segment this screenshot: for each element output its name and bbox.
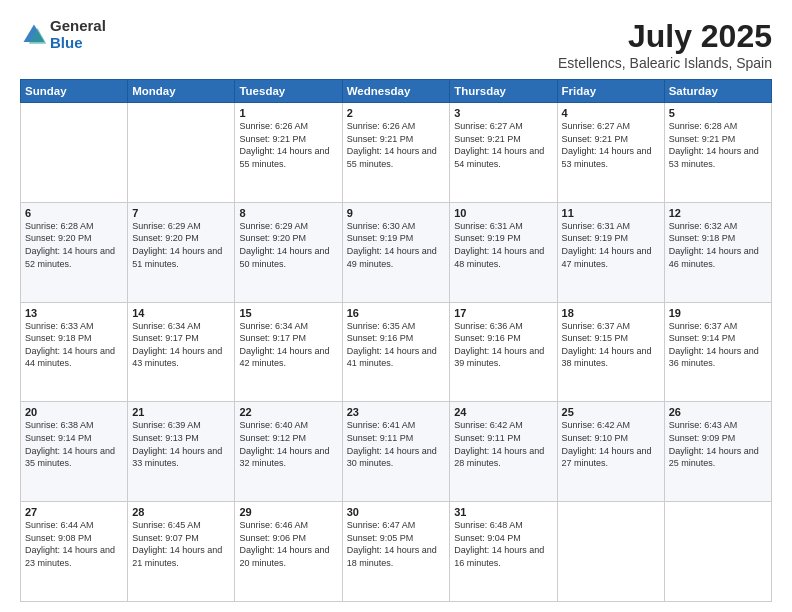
calendar-cell: 23Sunrise: 6:41 AM Sunset: 9:11 PM Dayli… [342,402,450,502]
calendar-cell: 2Sunrise: 6:26 AM Sunset: 9:21 PM Daylig… [342,103,450,203]
calendar-table: Sunday Monday Tuesday Wednesday Thursday… [20,79,772,602]
day-info: Sunrise: 6:48 AM Sunset: 9:04 PM Dayligh… [454,519,552,569]
calendar-week-row: 27Sunrise: 6:44 AM Sunset: 9:08 PM Dayli… [21,502,772,602]
col-thursday: Thursday [450,80,557,103]
calendar-cell [21,103,128,203]
logo: General Blue [20,18,106,51]
day-info: Sunrise: 6:31 AM Sunset: 9:19 PM Dayligh… [562,220,660,270]
calendar-cell: 20Sunrise: 6:38 AM Sunset: 9:14 PM Dayli… [21,402,128,502]
day-number: 14 [132,307,230,319]
calendar-cell: 30Sunrise: 6:47 AM Sunset: 9:05 PM Dayli… [342,502,450,602]
day-number: 1 [239,107,337,119]
calendar-cell: 25Sunrise: 6:42 AM Sunset: 9:10 PM Dayli… [557,402,664,502]
calendar-cell: 18Sunrise: 6:37 AM Sunset: 9:15 PM Dayli… [557,302,664,402]
day-info: Sunrise: 6:26 AM Sunset: 9:21 PM Dayligh… [239,120,337,170]
day-number: 2 [347,107,446,119]
col-wednesday: Wednesday [342,80,450,103]
day-number: 3 [454,107,552,119]
calendar-week-row: 13Sunrise: 6:33 AM Sunset: 9:18 PM Dayli… [21,302,772,402]
day-number: 6 [25,207,123,219]
day-info: Sunrise: 6:34 AM Sunset: 9:17 PM Dayligh… [239,320,337,370]
day-number: 7 [132,207,230,219]
calendar-cell: 13Sunrise: 6:33 AM Sunset: 9:18 PM Dayli… [21,302,128,402]
day-number: 5 [669,107,767,119]
day-info: Sunrise: 6:41 AM Sunset: 9:11 PM Dayligh… [347,419,446,469]
title-area: July 2025 Estellencs, Balearic Islands, … [558,18,772,71]
day-info: Sunrise: 6:35 AM Sunset: 9:16 PM Dayligh… [347,320,446,370]
calendar-page: General Blue July 2025 Estellencs, Balea… [0,0,792,612]
calendar-week-row: 1Sunrise: 6:26 AM Sunset: 9:21 PM Daylig… [21,103,772,203]
main-title: July 2025 [558,18,772,55]
calendar-cell: 28Sunrise: 6:45 AM Sunset: 9:07 PM Dayli… [128,502,235,602]
day-number: 21 [132,406,230,418]
day-info: Sunrise: 6:37 AM Sunset: 9:14 PM Dayligh… [669,320,767,370]
calendar-cell: 10Sunrise: 6:31 AM Sunset: 9:19 PM Dayli… [450,202,557,302]
calendar-cell: 5Sunrise: 6:28 AM Sunset: 9:21 PM Daylig… [664,103,771,203]
day-info: Sunrise: 6:30 AM Sunset: 9:19 PM Dayligh… [347,220,446,270]
day-number: 17 [454,307,552,319]
calendar-cell: 7Sunrise: 6:29 AM Sunset: 9:20 PM Daylig… [128,202,235,302]
day-info: Sunrise: 6:28 AM Sunset: 9:21 PM Dayligh… [669,120,767,170]
day-info: Sunrise: 6:42 AM Sunset: 9:10 PM Dayligh… [562,419,660,469]
calendar-cell: 3Sunrise: 6:27 AM Sunset: 9:21 PM Daylig… [450,103,557,203]
day-info: Sunrise: 6:31 AM Sunset: 9:19 PM Dayligh… [454,220,552,270]
day-number: 29 [239,506,337,518]
day-number: 18 [562,307,660,319]
logo-blue: Blue [50,35,106,52]
calendar-cell: 14Sunrise: 6:34 AM Sunset: 9:17 PM Dayli… [128,302,235,402]
day-info: Sunrise: 6:28 AM Sunset: 9:20 PM Dayligh… [25,220,123,270]
day-info: Sunrise: 6:38 AM Sunset: 9:14 PM Dayligh… [25,419,123,469]
calendar-cell [664,502,771,602]
day-number: 26 [669,406,767,418]
day-info: Sunrise: 6:43 AM Sunset: 9:09 PM Dayligh… [669,419,767,469]
day-number: 9 [347,207,446,219]
day-info: Sunrise: 6:46 AM Sunset: 9:06 PM Dayligh… [239,519,337,569]
calendar-cell: 27Sunrise: 6:44 AM Sunset: 9:08 PM Dayli… [21,502,128,602]
day-number: 30 [347,506,446,518]
day-number: 28 [132,506,230,518]
calendar-cell [128,103,235,203]
day-info: Sunrise: 6:37 AM Sunset: 9:15 PM Dayligh… [562,320,660,370]
day-number: 31 [454,506,552,518]
calendar-cell: 15Sunrise: 6:34 AM Sunset: 9:17 PM Dayli… [235,302,342,402]
calendar-cell: 16Sunrise: 6:35 AM Sunset: 9:16 PM Dayli… [342,302,450,402]
calendar-cell: 8Sunrise: 6:29 AM Sunset: 9:20 PM Daylig… [235,202,342,302]
col-tuesday: Tuesday [235,80,342,103]
calendar-cell: 26Sunrise: 6:43 AM Sunset: 9:09 PM Dayli… [664,402,771,502]
day-info: Sunrise: 6:44 AM Sunset: 9:08 PM Dayligh… [25,519,123,569]
calendar-cell: 19Sunrise: 6:37 AM Sunset: 9:14 PM Dayli… [664,302,771,402]
day-info: Sunrise: 6:40 AM Sunset: 9:12 PM Dayligh… [239,419,337,469]
calendar-cell: 17Sunrise: 6:36 AM Sunset: 9:16 PM Dayli… [450,302,557,402]
day-info: Sunrise: 6:29 AM Sunset: 9:20 PM Dayligh… [132,220,230,270]
calendar-cell: 24Sunrise: 6:42 AM Sunset: 9:11 PM Dayli… [450,402,557,502]
day-info: Sunrise: 6:29 AM Sunset: 9:20 PM Dayligh… [239,220,337,270]
day-number: 27 [25,506,123,518]
logo-general: General [50,18,106,35]
day-number: 16 [347,307,446,319]
day-number: 11 [562,207,660,219]
calendar-week-row: 6Sunrise: 6:28 AM Sunset: 9:20 PM Daylig… [21,202,772,302]
calendar-header: Sunday Monday Tuesday Wednesday Thursday… [21,80,772,103]
calendar-cell: 1Sunrise: 6:26 AM Sunset: 9:21 PM Daylig… [235,103,342,203]
calendar-cell: 6Sunrise: 6:28 AM Sunset: 9:20 PM Daylig… [21,202,128,302]
day-info: Sunrise: 6:27 AM Sunset: 9:21 PM Dayligh… [562,120,660,170]
day-number: 8 [239,207,337,219]
day-number: 19 [669,307,767,319]
day-info: Sunrise: 6:42 AM Sunset: 9:11 PM Dayligh… [454,419,552,469]
day-number: 22 [239,406,337,418]
day-info: Sunrise: 6:33 AM Sunset: 9:18 PM Dayligh… [25,320,123,370]
col-saturday: Saturday [664,80,771,103]
logo-icon [20,21,48,49]
calendar-cell: 22Sunrise: 6:40 AM Sunset: 9:12 PM Dayli… [235,402,342,502]
day-number: 12 [669,207,767,219]
col-monday: Monday [128,80,235,103]
col-sunday: Sunday [21,80,128,103]
calendar-week-row: 20Sunrise: 6:38 AM Sunset: 9:14 PM Dayli… [21,402,772,502]
calendar-cell: 4Sunrise: 6:27 AM Sunset: 9:21 PM Daylig… [557,103,664,203]
day-info: Sunrise: 6:27 AM Sunset: 9:21 PM Dayligh… [454,120,552,170]
day-number: 23 [347,406,446,418]
calendar-cell: 11Sunrise: 6:31 AM Sunset: 9:19 PM Dayli… [557,202,664,302]
calendar-body: 1Sunrise: 6:26 AM Sunset: 9:21 PM Daylig… [21,103,772,602]
day-number: 25 [562,406,660,418]
subtitle: Estellencs, Balearic Islands, Spain [558,55,772,71]
